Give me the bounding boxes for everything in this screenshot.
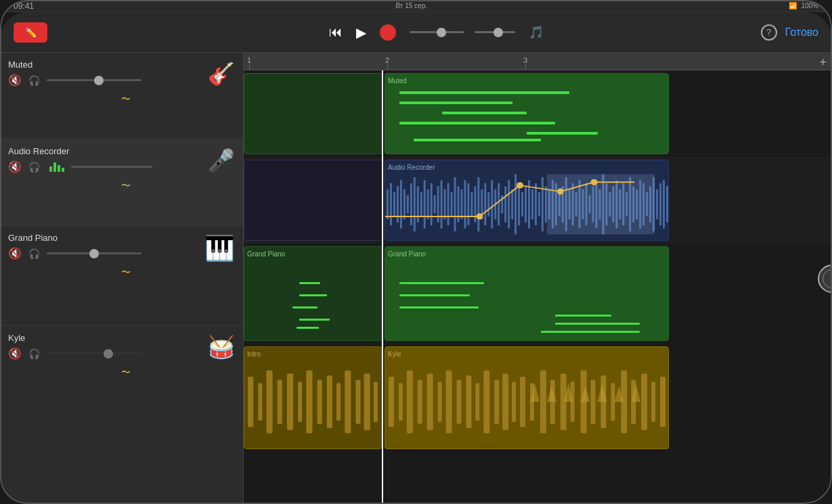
svg-rect-80 <box>656 189 658 220</box>
main-content: Muted 🔇 🎧 🎸 〜 <box>0 53 832 504</box>
gp-note-11 <box>541 331 640 333</box>
muted-segment-2[interactable]: Muted <box>385 73 669 154</box>
svg-rect-1 <box>390 183 392 225</box>
kyle-lane: Intro <box>244 344 832 452</box>
vol-track-audio[interactable] <box>71 166 152 168</box>
svg-rect-38 <box>514 174 517 234</box>
svg-rect-17 <box>444 189 446 220</box>
ruler-marker-1: 1 <box>247 56 251 64</box>
svg-rect-101 <box>364 373 370 430</box>
audio-segment-2[interactable]: Audio Recorder <box>385 160 669 241</box>
vol-thumb-muted <box>94 76 104 85</box>
svg-rect-31 <box>491 180 493 228</box>
vol-track-kyle <box>47 352 141 354</box>
vol-track-piano <box>47 252 141 254</box>
audio-waveform <box>385 171 668 237</box>
drums-icon: 🥁 <box>208 335 235 359</box>
microphone-icon: 🎤 <box>208 148 235 173</box>
audio-segment-1[interactable] <box>244 160 382 241</box>
kyle-segment-1[interactable]: Intro <box>244 346 382 449</box>
svg-rect-25 <box>470 192 473 216</box>
automation-btn-audio[interactable]: 〜 <box>0 177 243 196</box>
sidebar: Muted 🔇 🎧 🎸 〜 <box>0 53 244 504</box>
eq-bars-audio <box>49 162 64 172</box>
mute-button-muted[interactable]: 🔇 <box>8 74 22 87</box>
track-audio-instrument[interactable]: 🎤 <box>208 147 235 173</box>
svg-rect-32 <box>494 189 496 220</box>
automation-btn-piano[interactable]: 〜 <box>0 264 243 283</box>
transport-bar: ✏️ ⏮ ▶ 🎵 ? Готово <box>0 12 832 53</box>
mute-button-kyle[interactable]: 🔇 <box>8 347 22 360</box>
svg-rect-19 <box>451 192 453 216</box>
ruler-tick-1 <box>249 64 250 70</box>
svg-rect-129 <box>641 373 647 430</box>
svg-rect-83 <box>666 186 668 222</box>
gp-segment-2[interactable]: Grand Piano <box>385 246 669 341</box>
rewind-button[interactable]: ⏮ <box>329 24 343 40</box>
volume-slider-muted[interactable] <box>47 79 141 81</box>
play-button[interactable]: ▶ <box>356 24 366 41</box>
metronome-icon[interactable]: 🎵 <box>529 25 544 40</box>
track-kyle-instrument[interactable]: 🥁 <box>208 334 235 360</box>
svg-rect-98 <box>336 383 341 421</box>
svg-rect-29 <box>484 183 486 225</box>
automation-btn-muted[interactable]: 〜 <box>0 91 243 110</box>
track-piano-instrument[interactable]: 🎹 <box>204 234 235 262</box>
done-button[interactable]: Готово <box>785 26 818 39</box>
gp-midi-notes-1 <box>244 258 382 339</box>
pencil-icon: ✏️ <box>25 27 37 38</box>
svg-rect-43 <box>531 189 533 220</box>
svg-rect-4 <box>400 180 402 228</box>
track-piano-name: Grand Piano <box>8 233 235 243</box>
svg-rect-2 <box>393 192 395 216</box>
svg-rect-108 <box>438 382 442 421</box>
mute-button-piano[interactable]: 🔇 <box>8 247 22 260</box>
muted-lane: Muted <box>244 70 832 157</box>
timeline-ruler: 1 2 3 + <box>244 53 832 70</box>
tempo-slider-track <box>410 31 464 33</box>
svg-rect-96 <box>318 380 322 424</box>
waveform-svg <box>385 171 668 237</box>
mute-button-audio[interactable]: 🔇 <box>8 160 22 173</box>
svg-rect-13 <box>431 183 433 225</box>
svg-rect-115 <box>502 373 508 430</box>
svg-rect-36 <box>508 180 510 228</box>
svg-rect-8 <box>414 177 416 231</box>
track-audio-controls: 🔇 🎧 <box>8 160 235 173</box>
headphone-button-audio[interactable]: 🎧 <box>28 162 40 173</box>
kyle-segment-2[interactable]: Kyle <box>385 346 669 449</box>
svg-rect-113 <box>483 371 489 434</box>
gp-segment-1[interactable]: Grand Piano <box>244 246 382 341</box>
svg-rect-130 <box>651 382 655 421</box>
svg-rect-104 <box>399 383 403 421</box>
svg-rect-124 <box>591 380 596 424</box>
svg-rect-41 <box>525 186 527 222</box>
track-piano-controls: 🔇 🎧 <box>8 247 235 260</box>
svg-rect-30 <box>487 192 489 216</box>
headphone-button-piano[interactable]: 🎧 <box>28 248 40 259</box>
track-muted-name: Muted <box>8 60 235 70</box>
automation-icon-muted: 〜 <box>121 93 131 106</box>
kyle-waveform-svg-2 <box>385 358 668 446</box>
tempo-slider-thumb <box>437 28 446 37</box>
automation-btn-kyle[interactable]: 〜 <box>0 364 243 383</box>
gp-note-5 <box>297 327 318 329</box>
muted-segment-1[interactable] <box>244 73 382 154</box>
svg-rect-97 <box>327 375 332 428</box>
svg-rect-106 <box>418 380 422 424</box>
svg-rect-90 <box>258 383 262 421</box>
svg-rect-0 <box>387 189 389 220</box>
headphone-button-kyle[interactable]: 🎧 <box>28 348 40 359</box>
add-section-button[interactable]: + <box>819 55 827 70</box>
tempo-slider2-thumb <box>494 28 503 37</box>
volume-slider-piano[interactable] <box>47 252 141 254</box>
kyle-waveform-1 <box>244 358 382 446</box>
ruler-tick-3 <box>525 64 526 70</box>
volume-slider-kyle[interactable] <box>47 352 141 354</box>
help-button[interactable]: ? <box>761 24 777 41</box>
mode-button[interactable]: ✏️ <box>14 22 47 43</box>
tempo-control[interactable] <box>410 31 515 33</box>
record-button[interactable] <box>380 24 396 41</box>
headphone-button-muted[interactable]: 🎧 <box>28 75 40 86</box>
track-muted-instrument[interactable]: 🎸 <box>208 61 235 87</box>
